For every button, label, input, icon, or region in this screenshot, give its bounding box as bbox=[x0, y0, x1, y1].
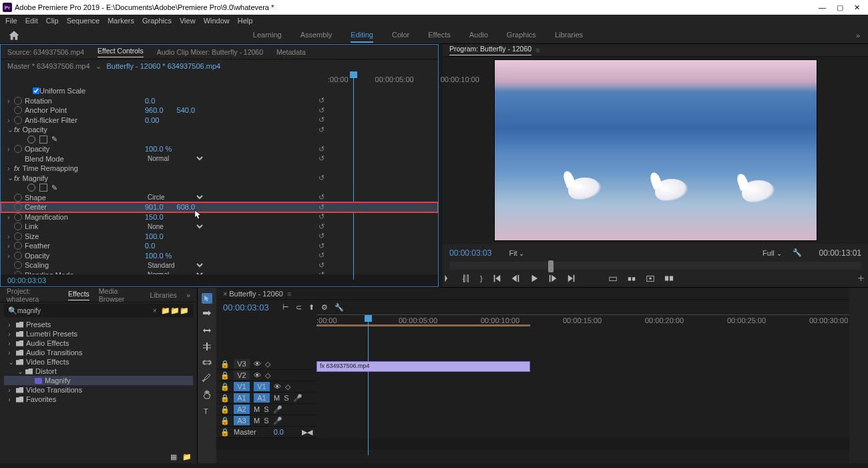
scaling-select[interactable]: Standard bbox=[145, 261, 205, 270]
mark-out-icon[interactable]: { bbox=[461, 274, 471, 283]
workspace-audio[interactable]: Audio bbox=[469, 28, 488, 43]
overflow-chevron-icon[interactable]: » bbox=[856, 31, 860, 39]
workspace-effects[interactable]: Effects bbox=[428, 28, 450, 43]
workspace-libraries[interactable]: Libraries bbox=[555, 28, 583, 43]
minimize-button[interactable]: — bbox=[819, 3, 826, 12]
menu-view[interactable]: View bbox=[180, 17, 196, 25]
panel-tab[interactable]: Effect Controls bbox=[97, 47, 144, 57]
menu-window[interactable]: Window bbox=[204, 17, 230, 25]
uniform-scale-checkbox[interactable] bbox=[33, 87, 39, 94]
video-track-header[interactable]: 🔒V1V1👁◇ bbox=[216, 381, 316, 393]
anchor-y[interactable]: 540.0 bbox=[177, 106, 196, 114]
panel-tab[interactable]: Project: whatevera bbox=[7, 287, 59, 303]
pen-tool-icon[interactable] bbox=[202, 373, 212, 384]
panel-tab[interactable]: Media Browser bbox=[99, 287, 141, 303]
wrench-icon[interactable]: 🔧 bbox=[335, 303, 344, 312]
menu-edit[interactable]: Edit bbox=[25, 17, 38, 25]
menu-help[interactable]: Help bbox=[238, 17, 253, 25]
extract-icon[interactable] bbox=[627, 274, 636, 283]
play-icon[interactable] bbox=[529, 274, 539, 283]
tree-item[interactable]: ›Audio Transitions bbox=[4, 348, 193, 357]
track-select-tool-icon[interactable] bbox=[202, 309, 212, 320]
go-to-out-icon[interactable] bbox=[567, 274, 576, 283]
razor-tool-icon[interactable] bbox=[202, 341, 212, 352]
panel-tab[interactable]: Metadata bbox=[276, 48, 306, 56]
home-icon[interactable] bbox=[8, 29, 20, 41]
center-y[interactable]: 608.0 bbox=[177, 203, 196, 211]
workspace-assembly[interactable]: Assembly bbox=[300, 28, 333, 43]
workspace-learning[interactable]: Learning bbox=[253, 28, 282, 43]
panel-tab[interactable]: Source: 634937506.mp4 bbox=[7, 48, 84, 56]
folder-view-icon[interactable]: ▦ bbox=[170, 453, 177, 461]
mask-rect-icon[interactable] bbox=[39, 136, 47, 144]
stopwatch-icon[interactable] bbox=[14, 97, 22, 105]
audio-track-header[interactable]: 🔒A2MS🎤 bbox=[216, 404, 316, 415]
tree-item[interactable]: ›Lumetri Presets bbox=[4, 329, 193, 338]
step-forward-icon[interactable] bbox=[548, 274, 558, 283]
step-back-icon[interactable] bbox=[511, 274, 520, 283]
settings-icon[interactable]: ⚙ bbox=[321, 303, 328, 312]
video-clip[interactable]: fx 634937506.mp4 bbox=[316, 361, 530, 372]
menu-markers[interactable]: Markers bbox=[107, 17, 134, 25]
panel-tab[interactable]: Effects bbox=[68, 290, 89, 300]
marker-icon[interactable]: ⬆ bbox=[308, 303, 314, 312]
close-button[interactable]: ✕ bbox=[854, 3, 860, 12]
reset-icon[interactable]: ↺ bbox=[318, 96, 324, 105]
audio-track-header[interactable]: 🔒A1A1MS🎤 bbox=[216, 393, 316, 404]
menu-sequence[interactable]: Sequence bbox=[67, 17, 100, 25]
effects-search-input[interactable] bbox=[17, 307, 153, 314]
tree-item[interactable]: ⌄Video Effects bbox=[4, 357, 193, 367]
menu-graphics[interactable]: Graphics bbox=[142, 17, 172, 25]
workspace-color[interactable]: Color bbox=[392, 28, 409, 43]
settings-icon[interactable]: 🔧 bbox=[793, 248, 802, 257]
tree-item[interactable]: ›Presets bbox=[4, 320, 193, 329]
blend-mode-select[interactable]: Normal bbox=[145, 154, 205, 163]
video-track-header[interactable]: 🔒V3👁◇ bbox=[216, 359, 316, 370]
program-timecode[interactable]: 00:00:03:03 bbox=[449, 248, 491, 258]
slip-tool-icon[interactable] bbox=[202, 357, 212, 368]
button-editor-icon[interactable]: + bbox=[858, 272, 864, 284]
tree-item[interactable]: Magnify bbox=[4, 376, 193, 385]
panel-tab[interactable]: Libraries bbox=[150, 291, 177, 299]
link-select[interactable]: None bbox=[145, 222, 205, 231]
type-tool-icon[interactable]: T bbox=[202, 405, 212, 416]
selection-tool-icon[interactable] bbox=[202, 293, 212, 304]
workspace-editing[interactable]: Editing bbox=[351, 28, 373, 43]
center-x[interactable]: 901.0 bbox=[145, 203, 164, 211]
ripple-tool-icon[interactable] bbox=[202, 325, 212, 336]
new-bin-icon[interactable]: 📁 bbox=[182, 453, 192, 461]
mask-pen-icon[interactable]: ✎ bbox=[51, 135, 57, 144]
rotation-value[interactable]: 0.0 bbox=[145, 97, 155, 105]
menu-clip[interactable]: Clip bbox=[46, 17, 59, 25]
clear-search-icon[interactable]: × bbox=[153, 306, 157, 314]
mark-clip-icon[interactable]: } bbox=[480, 274, 483, 282]
anchor-x[interactable]: 960.0 bbox=[145, 106, 164, 114]
program-tab[interactable]: Program: Butterfly - 12060 bbox=[449, 45, 531, 55]
comparison-icon[interactable] bbox=[664, 274, 674, 283]
ec-timecode[interactable]: 00:00:03:03 bbox=[7, 276, 46, 284]
panel-tab[interactable]: Audio Clip Mixer: Butterfly - 12060 bbox=[157, 48, 263, 56]
menu-file[interactable]: File bbox=[5, 17, 17, 25]
timeline-timecode[interactable]: 00:00:03:03 bbox=[223, 302, 269, 312]
shape-select[interactable]: Circle bbox=[145, 193, 205, 202]
go-to-in-icon[interactable] bbox=[492, 274, 501, 283]
audio-track-header[interactable]: 🔒A3MS🎤 bbox=[216, 415, 316, 427]
mark-in-icon[interactable] bbox=[443, 274, 452, 283]
full-select[interactable]: Full ⌄ bbox=[763, 249, 782, 257]
workspace-graphics[interactable]: Graphics bbox=[507, 28, 536, 43]
hand-tool-icon[interactable] bbox=[202, 389, 212, 400]
snap-icon[interactable]: ⊢ bbox=[282, 303, 289, 312]
tree-item[interactable]: ⌄Distort bbox=[4, 367, 193, 376]
fit-select[interactable]: Fit ⌄ bbox=[509, 249, 524, 257]
sequence-tab[interactable]: Butterfly - 12060 bbox=[229, 290, 283, 298]
lift-icon[interactable] bbox=[608, 274, 618, 283]
program-preview[interactable] bbox=[494, 59, 817, 241]
blending-select[interactable]: Normal bbox=[145, 270, 205, 274]
program-scrubber[interactable] bbox=[449, 262, 861, 270]
video-track-header[interactable]: 🔒V2👁◇ bbox=[216, 370, 316, 381]
linked-selection-icon[interactable]: ⊂ bbox=[296, 303, 302, 312]
sequence-clip-label[interactable]: Butterfly - 12060 * 634937506.mp4 bbox=[107, 62, 221, 70]
maximize-button[interactable]: ▢ bbox=[837, 3, 843, 12]
tree-item[interactable]: ›Video Transitions bbox=[4, 385, 193, 395]
export-frame-icon[interactable] bbox=[646, 274, 655, 283]
